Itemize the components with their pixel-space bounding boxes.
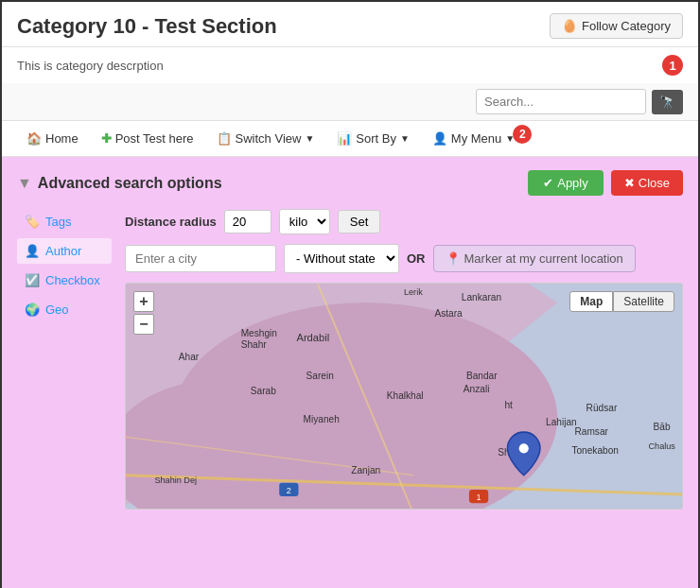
checkbox-icon: ☑️ [25, 273, 40, 287]
svg-text:Ramsar: Ramsar [574, 426, 608, 437]
user-icon: 👤 [432, 131, 447, 146]
svg-text:Ardabil: Ardabil [296, 332, 329, 343]
set-button[interactable]: Set [338, 210, 381, 233]
close-icon: ✖ [624, 176, 635, 190]
svg-text:Shahr: Shahr [241, 339, 268, 350]
svg-text:1: 1 [477, 493, 481, 502]
sidebar-item-geo[interactable]: 🌍 Geo [17, 297, 112, 322]
svg-text:Zanjan: Zanjan [351, 465, 380, 476]
description-bar: This is category descrption 1 [2, 47, 698, 83]
svg-text:Sarab: Sarab [251, 386, 276, 396]
distance-row: Distance radius kilo Set [125, 209, 683, 234]
svg-text:Lerik: Lerik [404, 287, 423, 297]
post-nav-button[interactable]: ✚ Post Test here [92, 127, 203, 150]
svg-text:Ahar: Ahar [179, 352, 200, 362]
map-zoom-controls: + − [133, 291, 154, 335]
satellite-view-button[interactable]: Satellite [613, 291, 674, 312]
svg-text:Meshgin: Meshgin [241, 328, 277, 338]
switch-view-button[interactable]: 📋 Switch View ▼ [207, 127, 324, 150]
pin-icon: 📍 [446, 251, 461, 266]
unit-select[interactable]: kilo [279, 209, 330, 234]
svg-text:ht: ht [504, 400, 513, 410]
map-svg: 2 1 Meshgin Shahr Ahar Ardabil Sarein Sa… [126, 284, 682, 510]
svg-text:2: 2 [287, 486, 291, 495]
sidebar-item-author[interactable]: 👤 Author [17, 238, 112, 264]
svg-point-36 [519, 443, 529, 453]
content-layout: 🏷️ Tags 👤 Author ☑️ Checkbox 🌍 Geo Dista… [17, 209, 683, 510]
state-select[interactable]: - Without state [284, 244, 399, 273]
distance-input[interactable] [224, 210, 271, 233]
my-menu-button[interactable]: 👤 My Menu ▼ [423, 127, 524, 150]
svg-text:Bandar: Bandar [466, 371, 498, 381]
svg-text:Rüdsar: Rüdsar [586, 403, 618, 413]
search-bar: 🔭 [2, 83, 698, 121]
author-icon: 👤 [25, 244, 40, 258]
my-menu-wrapper: 👤 My Menu ▼ 2 [423, 127, 524, 150]
svg-text:Chalus: Chalus [649, 441, 676, 451]
main-content: ▼ Advanced search options ✔ Apply ✖ Clos… [2, 157, 698, 588]
home-nav-button[interactable]: 🏠 Home [17, 127, 88, 150]
svg-text:Anzali: Anzali [464, 384, 490, 394]
category-description: This is category descrption [17, 59, 164, 73]
tag-icon: 🏷️ [25, 215, 40, 229]
svg-text:Sarein: Sarein [306, 371, 334, 381]
svg-text:Astara: Astara [434, 308, 463, 319]
sort-icon: 📊 [337, 131, 352, 146]
follow-category-button[interactable]: 🥚 Follow Category [550, 13, 683, 39]
switch-view-icon: 📋 [217, 131, 232, 146]
notification-badge-1: 1 [662, 55, 683, 76]
distance-label: Distance radius [125, 215, 217, 229]
main-panel: Distance radius kilo Set - Without state… [125, 209, 683, 510]
map-container: + − Map Satellite [125, 283, 683, 510]
search-input[interactable] [476, 89, 646, 114]
chevron-down-icon: ▼ [305, 133, 314, 144]
action-buttons: ✔ Apply ✖ Close [528, 170, 683, 196]
apply-button[interactable]: ✔ Apply [528, 170, 604, 196]
page-header: Category 10 - Test Section 🥚 Follow Cate… [2, 2, 698, 47]
or-label: OR [407, 251, 426, 266]
follow-icon: 🥚 [562, 19, 577, 33]
search-button[interactable]: 🔭 [652, 90, 683, 114]
zoom-out-button[interactable]: − [133, 314, 154, 335]
sidebar-item-tags[interactable]: 🏷️ Tags [17, 209, 112, 234]
svg-text:Lahijan: Lahijan [546, 417, 577, 427]
svg-text:Miyaneh: Miyaneh [304, 414, 340, 424]
svg-text:Shahin Dej: Shahin Dej [154, 476, 197, 485]
city-input[interactable] [125, 245, 276, 272]
nav-badge-2: 2 [513, 125, 532, 144]
svg-text:Bāb: Bāb [654, 422, 671, 432]
sidebar-item-checkbox[interactable]: ☑️ Checkbox [17, 268, 112, 293]
nav-bar: 🏠 Home ✚ Post Test here 📋 Switch View ▼ … [2, 121, 698, 157]
svg-text:Lankaran: Lankaran [462, 292, 501, 303]
advanced-header: ▼ Advanced search options ✔ Apply ✖ Clos… [17, 170, 683, 196]
page-title: Category 10 - Test Section [17, 14, 277, 39]
current-location-button[interactable]: 📍 Marker at my current location [433, 245, 636, 272]
svg-text:Tonekabon: Tonekabon [571, 445, 619, 456]
location-row: - Without state OR 📍 Marker at my curren… [125, 244, 683, 273]
map-view-button[interactable]: Map [569, 291, 613, 312]
sidebar: 🏷️ Tags 👤 Author ☑️ Checkbox 🌍 Geo [17, 209, 112, 510]
home-icon: 🏠 [26, 131, 42, 146]
plus-icon: ✚ [101, 131, 112, 146]
checkmark-icon: ✔ [543, 176, 553, 190]
chevron-down-icon-2: ▼ [400, 133, 410, 144]
close-button[interactable]: ✖ Close [611, 170, 683, 196]
zoom-in-button[interactable]: + [133, 291, 154, 312]
sort-by-button[interactable]: 📊 Sort By ▼ [327, 127, 419, 150]
advanced-search-title: ▼ Advanced search options [17, 175, 222, 192]
geo-icon: 🌍 [25, 303, 40, 317]
filter-icon: ▼ [17, 175, 32, 192]
map-type-controls: Map Satellite [569, 291, 674, 312]
svg-text:Khalkhal: Khalkhal [387, 390, 424, 401]
